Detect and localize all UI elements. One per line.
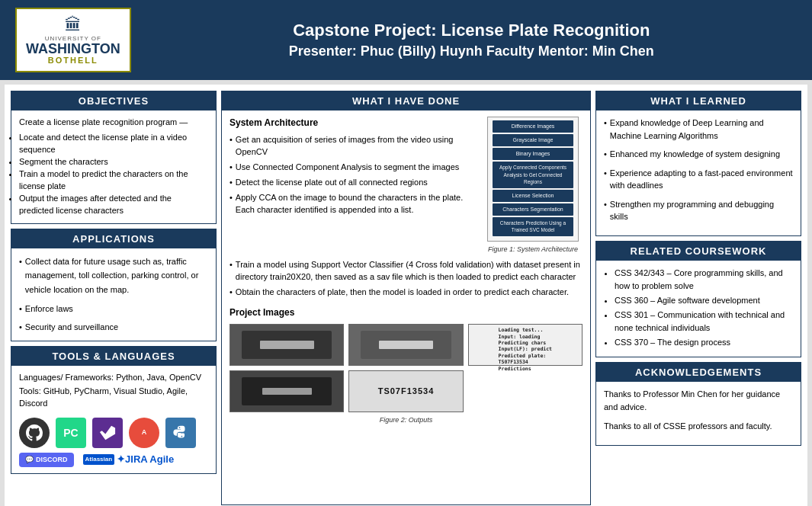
more-bullets: Train a model using Support Vector Class… — [229, 259, 583, 299]
university-logo: 🏛 UNIVERSITY OF WASHINGTON BOTHELL — [15, 8, 131, 72]
middle-column: WHAT I HAVE DONE System Architecture Get… — [221, 91, 591, 505]
app-item-1: • Enforce laws — [19, 302, 208, 316]
objectives-intro: Create a license plate recognition progr… — [19, 117, 208, 129]
what-learned-section: WHAT I LEARNED Expand knowledge of Deep … — [595, 91, 801, 236]
diagram-step-5: Characters Segmentation — [493, 203, 573, 216]
objectives-section: OBJECTIVES Create a license plate recogn… — [11, 91, 217, 224]
what-learned-body: Expand knowledge of Deep Learning and Ma… — [596, 110, 801, 235]
header-title: Capstone Project: License Plate Recognit… — [146, 19, 797, 62]
objectives-body: Create a license plate recognition progr… — [11, 110, 216, 223]
title-line2: Presenter: Phuc (Billy) Huynh Faculty Me… — [146, 42, 797, 61]
applications-header: APPLICATIONS — [11, 229, 216, 248]
diagram-caption: Figure 1: System Architecture — [488, 245, 578, 255]
languages-text: Languages/ Frameworks: Python, Java, Ope… — [19, 372, 208, 384]
logo-bothell: BOTHELL — [26, 56, 120, 65]
logo-washington: WASHINGTON — [26, 42, 120, 56]
diagram-step-2: Binary Images — [493, 148, 573, 160]
done-item-4: Train a model using Support Vector Class… — [229, 259, 583, 283]
list-item: Locate and detect the license plate in a… — [19, 132, 208, 156]
done-item-5: Obtain the characters of plate, then the… — [229, 287, 583, 299]
agile-icon: A — [129, 418, 159, 448]
discord-badge: 💬 DISCORD — [19, 453, 74, 467]
sysarch-title: System Architecture — [229, 117, 476, 130]
empty-cell — [468, 370, 583, 412]
title-line1: Capstone Project: License Plate Recognit… — [146, 19, 797, 43]
coursework-header: RELATED COURSEWORK — [596, 242, 801, 261]
right-column: WHAT I LEARNED Expand knowledge of Deep … — [595, 91, 801, 505]
sysarch-diagram: Difference Images Grayscale Image Binary… — [483, 117, 583, 255]
visualstudio-icon — [92, 418, 123, 448]
ack-item-1: Thanks to all of CSSE professors and fac… — [604, 420, 793, 433]
acknowledgements-section: ACKNOWLEDGEMENTS Thanks to Professor Min… — [595, 362, 801, 446]
diagram-step-6: Characters Prediction Using a Trained SV… — [493, 217, 573, 236]
tools-section: TOOLS & LANGUAGES Languages/ Frameworks:… — [11, 346, 217, 474]
list-item: CSS 360 – Agile software development — [615, 294, 793, 307]
coursework-body: CSS 342/343 – Core programming skills, a… — [596, 261, 801, 357]
learned-item-3: Strengthen my programming and debugging … — [604, 198, 793, 223]
left-column: OBJECTIVES Create a license plate recogn… — [11, 91, 217, 505]
project-images-section: Project Images L — [229, 306, 583, 425]
plate-image: TS07F13534 — [348, 370, 463, 412]
output-text-image: Loading test... Input: loading Predictin… — [468, 324, 583, 366]
tools-badges-row: 💬 DISCORD Atlassian ✦JIRA Agile — [19, 453, 208, 467]
diagram-step-3: Apply Connected Components Analysis to G… — [493, 162, 573, 187]
diagram-step-1: Grayscale Image — [493, 134, 573, 146]
diagram-step-0: Difference Images — [493, 120, 573, 133]
tools-icons-row1: PC A — [19, 418, 208, 448]
acknowledgements-header: ACKNOWLEDGEMENTS — [596, 363, 801, 382]
what-done-body: System Architecture Get an acquisition o… — [222, 110, 590, 504]
diagram-box: Difference Images Grayscale Image Binary… — [487, 117, 579, 242]
what-learned-header: WHAT I LEARNED — [596, 91, 801, 110]
list-item: CSS 342/343 – Core programming skills, a… — [615, 267, 793, 293]
tools-text: Tools: GitHub, PyCharm, Visual Studio, A… — [19, 386, 208, 410]
project-images-title: Project Images — [229, 306, 583, 319]
what-done-section: WHAT I HAVE DONE System Architecture Get… — [221, 91, 591, 505]
objectives-list: Locate and detect the license plate in a… — [19, 132, 208, 217]
what-done-header: WHAT I HAVE DONE — [222, 91, 590, 110]
images-grid: Loading test... Input: loading Predictin… — [229, 324, 583, 412]
car-image-2 — [348, 324, 463, 366]
github-icon — [19, 418, 50, 448]
done-item-2: Detect the license plate out of all conn… — [229, 177, 476, 189]
list-item: CSS 370 – The design process — [615, 336, 793, 349]
list-item: Train a model to predict the characters … — [19, 168, 208, 193]
car-image-3 — [229, 370, 344, 412]
objectives-header: OBJECTIVES — [11, 91, 216, 110]
list-item: CSS 301 – Communication with technical a… — [615, 309, 793, 335]
main-content: OBJECTIVES Create a license plate recogn… — [5, 85, 807, 506]
sysarch-text: System Architecture Get an acquisition o… — [229, 117, 476, 255]
done-item-3: Apply CCA on the image to bound the char… — [229, 192, 476, 216]
car-image-1 — [229, 324, 344, 366]
applications-section: APPLICATIONS • Collect data for future u… — [11, 229, 217, 341]
python-icon — [165, 418, 196, 448]
app-item-0: • Collect data for future usage such as,… — [19, 255, 208, 297]
done-item-1: Use Connected Component Analysis to segm… — [229, 162, 476, 174]
learned-item-1: Enhanced my knowledge of system designin… — [604, 148, 793, 161]
ack-item-0: Thanks to Professor Min Chen for her gui… — [604, 388, 793, 414]
images-caption: Figure 2: Outputs — [229, 415, 583, 425]
jira-badge: Atlassian ✦JIRA Agile — [83, 453, 175, 467]
page-header: 🏛 UNIVERSITY OF WASHINGTON BOTHELL Capst… — [0, 0, 812, 80]
coursework-section: RELATED COURSEWORK CSS 342/343 – Core pr… — [595, 241, 801, 357]
tools-body: Languages/ Frameworks: Python, Java, Ope… — [11, 366, 216, 473]
output-text: Loading test... Input: loading Predictin… — [499, 327, 552, 372]
list-item: Segment the characters — [19, 156, 208, 168]
acknowledgements-body: Thanks to Professor Min Chen for her gui… — [596, 382, 801, 445]
diagram-step-4: License Selection — [493, 190, 573, 202]
applications-body: • Collect data for future usage such as,… — [11, 248, 216, 341]
learned-item-2: Experience adapting to a fast-paced envi… — [604, 167, 793, 192]
tools-header: TOOLS & LANGUAGES — [11, 347, 216, 366]
coursework-list: CSS 342/343 – Core programming skills, a… — [604, 267, 793, 349]
learned-item-0: Expand knowledge of Deep Learning and Ma… — [604, 117, 793, 142]
sysarch-inner: System Architecture Get an acquisition o… — [229, 117, 583, 255]
app-item-2: • Security and surveillance — [19, 320, 208, 335]
done-item-0: Get an acquisition of series of images f… — [229, 134, 476, 159]
list-item: Output the images after detected and the… — [19, 193, 208, 217]
pycharm-icon: PC — [56, 418, 86, 448]
